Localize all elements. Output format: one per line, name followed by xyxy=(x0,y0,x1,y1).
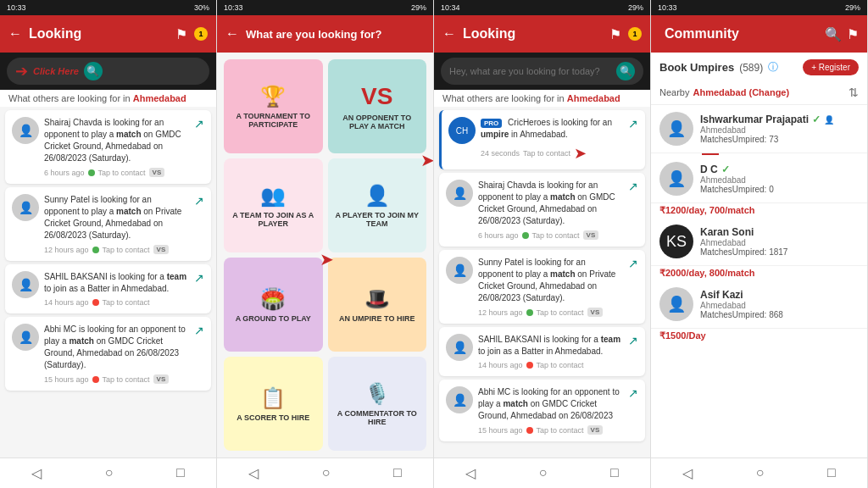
feed-time-3-1: 6 hours ago xyxy=(478,231,519,240)
tap-contact-1-3[interactable]: Tap to contact xyxy=(103,375,150,384)
red-arrow-3: ➤ xyxy=(320,249,334,269)
location-link-3[interactable]: Ahmedabad xyxy=(567,93,620,103)
time-1: 10:33 xyxy=(7,3,26,12)
feed-time-1-0: 6 hours ago xyxy=(44,169,85,177)
feed-text-3-3: SAHIL BAKSANI is looking for a team to j… xyxy=(478,334,623,358)
tap-contact-3-0[interactable]: Tap to contact xyxy=(523,149,570,158)
filter-icon-3[interactable]: ⚑ xyxy=(609,26,621,42)
vs-badge-3-2: VS xyxy=(587,308,604,317)
back-button-3[interactable]: ← xyxy=(442,26,456,42)
umpire-location-1: Ahmedabad xyxy=(700,175,859,185)
back-button-1[interactable]: ← xyxy=(8,26,22,42)
feed-time-3-4: 15 hours ago xyxy=(478,426,523,435)
status-dot-1-3 xyxy=(92,376,99,383)
grid-tournament[interactable]: 🏆 A TOURNAMENT TO PARTICIPATE xyxy=(224,59,323,153)
share-icon-3-0[interactable]: ↗ xyxy=(628,117,638,163)
nav-back-1[interactable]: ◁ xyxy=(31,465,42,481)
status-dot-3-2 xyxy=(526,309,533,316)
tap-contact-1-1[interactable]: Tap to contact xyxy=(103,246,150,254)
status-dot-3-3 xyxy=(526,362,533,369)
battery-3: 29% xyxy=(628,3,643,12)
location-bar-3: What others are looking for in Ahmedabad xyxy=(434,90,650,107)
nav-home-3[interactable]: ○ xyxy=(539,465,548,481)
umpire-item-3[interactable]: 👤 Asif Kazi Ahmedabad MatchesUmpired: 86… xyxy=(651,280,867,329)
tap-contact-3-4[interactable]: Tap to contact xyxy=(537,426,584,435)
location-link-1[interactable]: Ahmedabad xyxy=(133,93,186,103)
share-icon-1-0[interactable]: ↗ xyxy=(194,117,204,177)
feed-meta-3-1: 6 hours ago Tap to contact VS xyxy=(478,230,623,240)
top-bar-4: Community 🔍 ⚑ xyxy=(651,15,867,53)
tap-contact-3-3[interactable]: Tap to contact xyxy=(537,361,584,369)
nav-bar-1: ◁ ○ □ xyxy=(0,458,216,488)
grid-team-join[interactable]: 👥 A TEAM TO JOIN AS A PLAYER xyxy=(224,158,323,252)
nav-recent-4[interactable]: □ xyxy=(827,465,836,481)
feed-content-3-2: Sunny Patel is looking for an opponent t… xyxy=(478,257,623,317)
feed-content-3-1: Shairaj Chavda is looking for an opponen… xyxy=(478,180,623,240)
options-grid: 🏆 A TOURNAMENT TO PARTICIPATE VS AN OPPO… xyxy=(217,53,433,458)
search-icon-4[interactable]: 🔍 xyxy=(825,26,842,42)
verified-icon-1: ✓ xyxy=(721,164,730,175)
grid-opponent[interactable]: VS AN OPPONENT TO PLAY A MATCH xyxy=(328,59,427,153)
avatar-1-0: 👤 xyxy=(12,117,39,144)
search-container-1: ➔ Click Here 🔍 xyxy=(0,53,216,90)
top-bar-2: ← What are you looking for? xyxy=(217,15,433,53)
nav-recent-1[interactable]: □ xyxy=(176,465,185,481)
red-arrow-pro: ➤ xyxy=(574,144,587,163)
register-button-4[interactable]: + Register xyxy=(803,59,859,75)
feed-item-3-2: 👤 Sunny Patel is looking for an opponent… xyxy=(439,250,645,324)
share-icon-1-2[interactable]: ↗ xyxy=(194,271,204,307)
tap-contact-1-0[interactable]: Tap to contact xyxy=(98,169,146,177)
status-dot-3-1 xyxy=(522,232,529,239)
tap-contact-3-2[interactable]: Tap to contact xyxy=(537,308,584,317)
umpire-avatar-2: KS xyxy=(659,225,693,258)
share-icon-3-1[interactable]: ↗ xyxy=(628,180,638,240)
grid-scorer[interactable]: 📋 A SCORER TO HIRE xyxy=(224,357,323,451)
umpire-item-1[interactable]: 👤 D C ✓ Ahmedabad MatchesUmpired: 0 xyxy=(651,155,867,203)
nav-back-4[interactable]: ◁ xyxy=(682,465,693,481)
tap-contact-3-1[interactable]: Tap to contact xyxy=(532,231,580,240)
umpire-name-1: D C ✓ xyxy=(700,164,859,175)
share-icon-3-3[interactable]: ↗ xyxy=(628,334,638,369)
umpire-item-0[interactable]: 👤 Ishwarkumar Prajapati ✓ 👤 Ahmedabad Ma… xyxy=(651,105,867,153)
back-button-2[interactable]: ← xyxy=(225,26,239,42)
vs-badge-3-1: VS xyxy=(583,230,599,240)
share-icon-1-3[interactable]: ↗ xyxy=(194,324,204,384)
top-bar-1: ← Looking ⚑ 1 xyxy=(0,15,216,53)
tap-contact-1-2[interactable]: Tap to contact xyxy=(103,298,150,307)
grid-player-join[interactable]: 👤 A PLAYER TO JOIN MY TEAM ➤ xyxy=(328,158,427,252)
umpire-item-2[interactable]: KS Karan Soni Ahmedabad MatchesUmpired: … xyxy=(651,218,867,266)
nav-recent-2[interactable]: □ xyxy=(393,465,402,481)
nav-back-3[interactable]: ◁ xyxy=(465,465,476,481)
filter-icon-4[interactable]: ⚑ xyxy=(847,26,859,42)
sort-icon-4[interactable]: ⇅ xyxy=(849,86,859,99)
nav-recent-3[interactable]: □ xyxy=(610,465,619,481)
filter-icon-1[interactable]: ⚑ xyxy=(175,26,187,42)
page-title-2: What are you looking for? xyxy=(246,28,425,41)
time-2: 10:33 xyxy=(224,3,243,12)
nearby-location-4[interactable]: Ahmedabad (Change) xyxy=(693,87,789,97)
info-icon-4[interactable]: ⓘ xyxy=(768,60,778,75)
search-icon-1[interactable]: 🔍 xyxy=(84,62,103,80)
vs-badge-1-1: VS xyxy=(153,245,170,254)
share-icon-3-2[interactable]: ↗ xyxy=(628,257,638,317)
nav-home-1[interactable]: ○ xyxy=(105,465,114,481)
nav-home-2[interactable]: ○ xyxy=(322,465,331,481)
nav-back-2[interactable]: ◁ xyxy=(248,465,259,481)
location-text-1: What others are looking for in xyxy=(8,93,131,103)
share-icon-1-1[interactable]: ↗ xyxy=(194,194,204,254)
feed-text-1-3: Abhi MC is looking for an opponent to pl… xyxy=(44,324,189,371)
grid-umpire[interactable]: 🎩 AN UMPIRE TO HIRE ➤ xyxy=(328,258,427,352)
search-input-3[interactable] xyxy=(449,66,611,76)
nav-home-4[interactable]: ○ xyxy=(756,465,765,481)
vs-icon: VS xyxy=(361,83,392,110)
feed-time-1-3: 15 hours ago xyxy=(44,375,89,384)
share-icon-3-4[interactable]: ↗ xyxy=(628,386,638,435)
search-icon-3[interactable]: 🔍 xyxy=(616,62,635,80)
battery-4: 29% xyxy=(845,3,860,12)
umpire-name-0: Ishwarkumar Prajapati ✓ 👤 xyxy=(700,114,859,125)
battery-2: 29% xyxy=(411,3,426,12)
grid-ground[interactable]: 🏟️ A GROUND TO PLAY xyxy=(224,258,323,352)
pro-badge: PRO xyxy=(481,119,502,128)
feed-item-3-pro: CH PRO CricHeroes is looking for an umpi… xyxy=(439,110,645,169)
grid-commentator[interactable]: 🎙️ A COMMENTATOR TO HIRE xyxy=(328,357,427,451)
